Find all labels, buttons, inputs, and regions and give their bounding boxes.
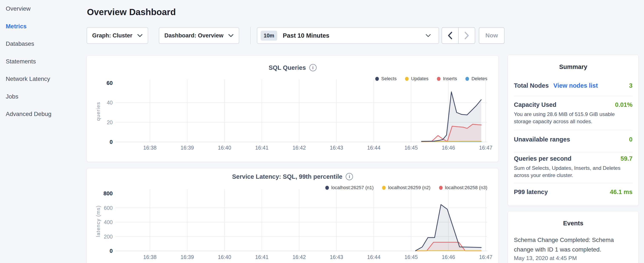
service-latency-chart-card: Service Latency: SQL, 99th percentile i … [86, 168, 498, 263]
now-button-label: Now [486, 32, 498, 39]
time-range-selector[interactable]: 10m Past 10 Minutes [257, 27, 439, 44]
x-tick-label: 16:46 [442, 254, 455, 260]
sidebar-nav: OverviewMetricsDatabasesStatementsNetwor… [0, 0, 85, 263]
chevron-down-icon [137, 34, 143, 37]
y-tick-label: 60 [106, 80, 113, 86]
summary-row-label: Queries per second [514, 155, 572, 162]
sidebar-item-databases[interactable]: Databases [0, 35, 85, 53]
sql-queries-chart-card: SQL Queries i SelectsUpdatesInsertsDelet… [86, 55, 498, 162]
x-tick-label: 16:40 [218, 145, 231, 151]
x-tick-label: 16:41 [255, 145, 268, 151]
sql-queries-plot: 16:3816:3916:4016:4116:4216:4316:4416:45… [87, 56, 499, 162]
chevron-down-icon [426, 34, 431, 37]
y-tick-label: 0 [110, 139, 113, 145]
summary-row-label: Unavailable ranges [514, 136, 570, 143]
summary-row-label: Capacity Used [514, 101, 556, 108]
x-tick-label: 16:40 [218, 254, 231, 260]
sidebar-item-overview[interactable]: Overview [0, 0, 85, 18]
time-range-label: Past 10 Minutes [283, 32, 329, 39]
summary-divider [514, 152, 632, 152]
y-axis-label: latency (ms) [96, 205, 101, 237]
summary-row-value: 0.01% [615, 101, 632, 108]
dashboard-dropdown-label: Dashboard: Overview [164, 32, 224, 39]
service-latency-plot: 16:3816:3916:4016:4116:4216:4316:4416:45… [87, 168, 499, 263]
prev-time-button[interactable] [442, 28, 458, 43]
summary-row-value: 3 [629, 82, 632, 89]
summary-row-value: 59.7 [620, 155, 632, 162]
view-nodes-list-link[interactable]: View nodes list [554, 82, 598, 89]
now-button[interactable]: Now [479, 27, 504, 44]
events-panel: Events Schema Change Completed: Schema c… [508, 211, 639, 263]
summary-row: Capacity Used0.01% [514, 101, 632, 108]
y-tick-label: 600 [104, 205, 113, 211]
x-tick-label: 16:43 [330, 145, 343, 151]
dashboard-dropdown[interactable]: Dashboard: Overview [159, 27, 239, 44]
summary-row: P99 latency46.1 ms [514, 188, 632, 195]
y-axis-label: queries [96, 102, 101, 121]
graph-dropdown-label: Graph: Cluster [92, 32, 132, 39]
time-step-buttons [442, 27, 475, 44]
next-time-button[interactable] [458, 28, 475, 43]
summary-row-label: Total Nodes [514, 82, 549, 89]
summary-row: Queries per second59.7 [514, 155, 632, 162]
summary-divider [514, 183, 632, 183]
summary-row-subtext: You are using 28.6 MiB of 515.9 GiB usab… [514, 111, 632, 125]
event-message: Schema Change Completed: Schema change w… [514, 235, 632, 254]
y-tick-label: 800 [104, 190, 113, 197]
time-range-badge: 10m [261, 31, 277, 41]
summary-divider [514, 96, 632, 96]
x-tick-label: 16:41 [255, 254, 268, 260]
summary-row-label: P99 latency [514, 188, 548, 195]
sidebar-item-jobs[interactable]: Jobs [0, 88, 85, 106]
y-tick-label: 0 [110, 248, 113, 254]
chevron-down-icon [228, 34, 234, 37]
x-tick-label: 16:47 [479, 254, 492, 260]
summary-panel: Summary Total NodesView nodes list3Capac… [508, 55, 639, 206]
y-tick-label: 40 [107, 100, 113, 106]
y-tick-label: 400 [104, 219, 113, 225]
events-title: Events [508, 220, 638, 227]
sidebar-item-metrics[interactable]: Metrics [0, 18, 85, 35]
x-tick-label: 16:42 [292, 254, 306, 260]
x-tick-label: 16:39 [180, 254, 194, 260]
sidebar-item-network-latency[interactable]: Network Latency [0, 70, 85, 88]
sidebar-item-advanced-debug[interactable]: Advanced Debug [0, 105, 85, 123]
sidebar-item-statements[interactable]: Statements [0, 53, 85, 70]
x-tick-label: 16:39 [180, 145, 194, 151]
chevron-left-icon [448, 32, 452, 39]
summary-title: Summary [508, 63, 638, 70]
x-tick-label: 16:45 [404, 145, 418, 151]
x-tick-label: 16:46 [442, 145, 455, 151]
y-tick-label: 200 [104, 234, 113, 239]
summary-row-value: 46.1 ms [610, 188, 632, 195]
event-timestamp: May 13, 2020 at 4:45 PM [514, 255, 632, 261]
x-tick-label: 16:44 [367, 254, 380, 260]
controls-divider [250, 27, 251, 44]
page-title: Overview Dashboard [87, 7, 176, 17]
x-tick-label: 16:47 [479, 145, 492, 151]
x-tick-label: 16:38 [143, 145, 157, 151]
chevron-right-icon [464, 32, 469, 39]
summary-row: Unavailable ranges0 [514, 136, 632, 143]
x-tick-label: 16:44 [367, 145, 380, 151]
graph-dropdown[interactable]: Graph: Cluster [86, 27, 148, 44]
summary-row-value: 0 [629, 136, 632, 143]
x-tick-label: 16:42 [292, 145, 306, 151]
x-tick-label: 16:45 [404, 254, 418, 260]
y-tick-label: 20 [107, 119, 113, 125]
x-tick-label: 16:43 [330, 254, 343, 260]
overview-dashboard-page: OverviewMetricsDatabasesStatementsNetwor… [0, 0, 644, 263]
summary-row-subtext: Sum of Selects, Updates, Inserts, and De… [514, 164, 632, 179]
x-tick-label: 16:38 [143, 254, 157, 260]
summary-row: Total NodesView nodes list3 [514, 82, 632, 89]
